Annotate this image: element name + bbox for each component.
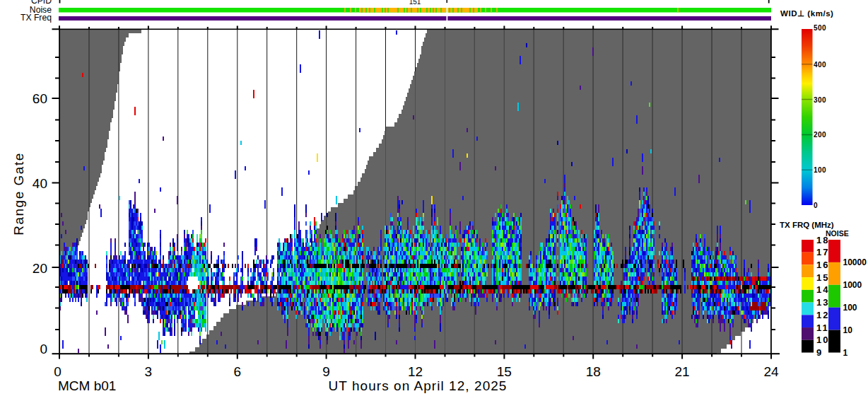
svg-text:11: 11 <box>816 322 829 333</box>
svg-text:400: 400 <box>814 61 826 69</box>
svg-text:15: 15 <box>816 272 829 283</box>
svg-text:40: 40 <box>33 176 47 191</box>
svg-text:100: 100 <box>814 166 826 174</box>
svg-text:21: 21 <box>675 364 690 379</box>
svg-text:TX FRQ (MHz): TX FRQ (MHz) <box>780 221 834 229</box>
svg-text:MCM b01: MCM b01 <box>58 378 116 393</box>
svg-text:UT hours on April 12, 2025: UT hours on April 12, 2025 <box>329 378 508 393</box>
svg-text:0: 0 <box>40 342 47 356</box>
svg-text:12: 12 <box>816 310 829 320</box>
svg-text:18: 18 <box>816 235 829 245</box>
svg-text:14: 14 <box>816 284 829 295</box>
svg-text:9: 9 <box>816 347 823 358</box>
svg-text:20: 20 <box>33 261 47 276</box>
svg-text:10: 10 <box>816 335 829 345</box>
svg-text:100: 100 <box>843 303 857 313</box>
svg-text:1000: 1000 <box>843 280 862 290</box>
svg-text:6: 6 <box>233 364 241 379</box>
svg-text:60: 60 <box>33 91 47 106</box>
svg-text:3: 3 <box>145 364 153 379</box>
svg-text:WID⊥ (km/s): WID⊥ (km/s) <box>780 9 834 18</box>
svg-text:0: 0 <box>54 364 61 379</box>
svg-text:24: 24 <box>763 364 779 379</box>
svg-text:Range Gate: Range Gate <box>11 152 26 235</box>
svg-text:17: 17 <box>816 247 829 257</box>
svg-text:151: 151 <box>409 0 421 6</box>
svg-text:200: 200 <box>814 131 826 139</box>
svg-text:500: 500 <box>814 24 826 32</box>
svg-text:300: 300 <box>814 96 826 104</box>
svg-text:15: 15 <box>497 364 512 379</box>
svg-text:12: 12 <box>408 364 423 379</box>
svg-text:10: 10 <box>843 325 853 335</box>
svg-text:TX Freq: TX Freq <box>20 13 52 23</box>
svg-text:9: 9 <box>322 364 330 379</box>
svg-text:0: 0 <box>814 202 818 209</box>
svg-text:18: 18 <box>586 364 601 379</box>
svg-text:10000: 10000 <box>843 257 867 267</box>
svg-text:13: 13 <box>816 297 829 308</box>
svg-text:16: 16 <box>816 260 829 270</box>
svg-text:1: 1 <box>843 348 848 358</box>
